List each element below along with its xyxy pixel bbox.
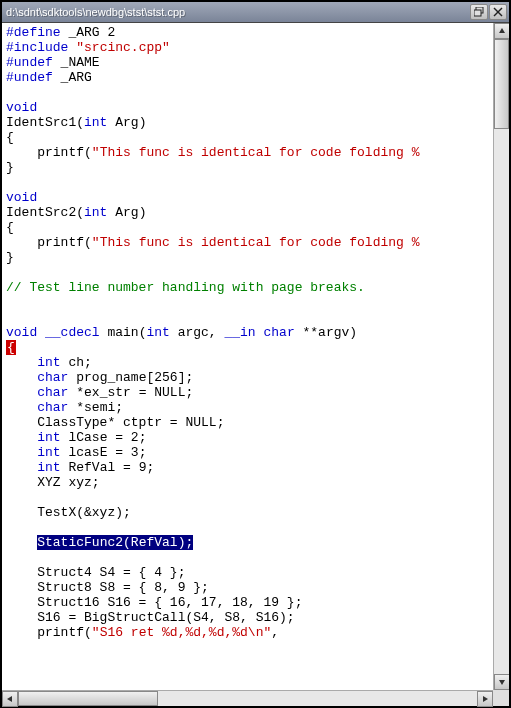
svg-marker-6 [7, 696, 12, 702]
scroll-track-v[interactable] [494, 39, 509, 674]
scroll-thumb-h[interactable] [18, 691, 158, 706]
bottom-scroll-row [2, 690, 509, 706]
svg-marker-7 [483, 696, 488, 702]
svg-marker-4 [499, 28, 505, 33]
preproc: #include [6, 40, 68, 55]
scroll-up-button[interactable] [494, 23, 509, 39]
vertical-scrollbar[interactable] [493, 23, 509, 690]
svg-rect-1 [474, 10, 481, 16]
chevron-up-icon [498, 27, 506, 35]
close-icon [493, 7, 503, 17]
keyword: void [6, 100, 37, 115]
scroll-right-button[interactable] [477, 691, 493, 707]
close-button[interactable] [489, 4, 507, 20]
scroll-left-button[interactable] [2, 691, 18, 707]
code-view[interactable]: #define _ARG 2 #include "srcinc.cpp" #un… [2, 23, 493, 690]
comment: // Test line number handling with page b… [6, 280, 365, 295]
title-bar[interactable]: d:\sdnt\sdktools\newdbg\stst\stst.cpp [2, 2, 509, 23]
chevron-down-icon [498, 678, 506, 686]
scroll-down-button[interactable] [494, 674, 509, 690]
current-line: StaticFunc2(RefVal); [37, 535, 193, 550]
scroll-track-h[interactable] [18, 691, 477, 706]
window-title: d:\sdnt\sdktools\newdbg\stst\stst.cpp [6, 6, 470, 18]
chevron-right-icon [481, 695, 489, 703]
restore-icon [474, 7, 484, 17]
restore-button[interactable] [470, 4, 488, 20]
scroll-corner [493, 690, 509, 706]
preproc: #undef [6, 70, 53, 85]
chevron-left-icon [6, 695, 14, 703]
horizontal-scrollbar[interactable] [2, 690, 493, 706]
source-window: d:\sdnt\sdktools\newdbg\stst\stst.cpp #d… [0, 0, 511, 708]
editor-area: #define _ARG 2 #include "srcinc.cpp" #un… [2, 23, 509, 690]
preproc: #undef [6, 55, 53, 70]
preproc: #define [6, 25, 61, 40]
breakpoint-line: { [6, 340, 16, 355]
scroll-thumb-v[interactable] [494, 39, 509, 129]
title-buttons [470, 4, 507, 20]
svg-marker-5 [499, 680, 505, 685]
